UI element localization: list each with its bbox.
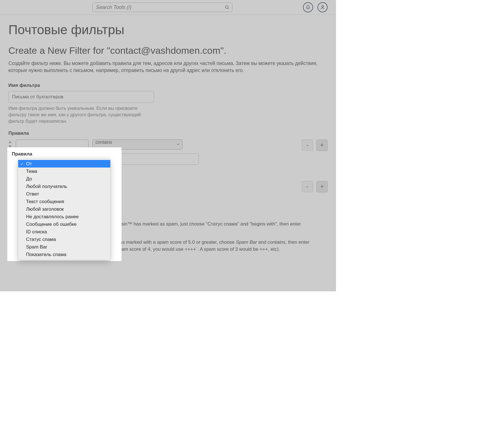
rules-label-overlay: Правила: [12, 151, 122, 157]
dropdown-item-label: Spam Bar: [26, 244, 47, 250]
dropdown-item-label: Ответ: [26, 191, 39, 197]
dropdown-item[interactable]: Сообщение об ошибке: [18, 220, 110, 228]
dropdown-item-label: Текст сообщения: [26, 199, 64, 204]
dropdown-item-label: Любой заголовок: [26, 206, 64, 212]
dropdown-item[interactable]: Spam Bar: [18, 243, 110, 251]
dropdown-item-label: Любой получатель: [26, 184, 67, 189]
dropdown-item[interactable]: Любой получатель: [18, 183, 110, 190]
dropdown-item[interactable]: Любой заголовок: [18, 205, 110, 213]
dropdown-item[interactable]: Не доставлялось ранее: [18, 213, 110, 220]
dropdown-item-label: Сообщение об ошибке: [26, 222, 77, 227]
check-icon: ✓: [20, 162, 24, 166]
dropdown-item-label: До: [26, 176, 32, 182]
dropdown-item[interactable]: До: [18, 175, 110, 183]
dropdown-item[interactable]: ID списка: [18, 228, 110, 236]
dropdown-item[interactable]: Ответ: [18, 190, 110, 198]
dropdown-item-label: От: [26, 161, 32, 167]
dropdown-item-label: Тема: [26, 169, 37, 174]
dropdown-item-label: Статус спама: [26, 237, 56, 242]
dropdown-item-label: Не доставлялось ранее: [26, 214, 79, 220]
dropdown-item[interactable]: Текст сообщения: [18, 198, 110, 205]
dropdown-item[interactable]: Показатель спама: [18, 251, 110, 258]
dropdown-item[interactable]: ✓От: [18, 160, 110, 168]
dropdown-item-label: Показатель спама: [26, 252, 66, 257]
rule-field-dropdown[interactable]: ✓ОтТемаДоЛюбой получательОтветТекст сооб…: [18, 158, 110, 260]
dropdown-item-label: ID списка: [26, 229, 47, 235]
dropdown-item[interactable]: Статус спама: [18, 236, 110, 243]
dropdown-item[interactable]: Тема: [18, 168, 110, 175]
